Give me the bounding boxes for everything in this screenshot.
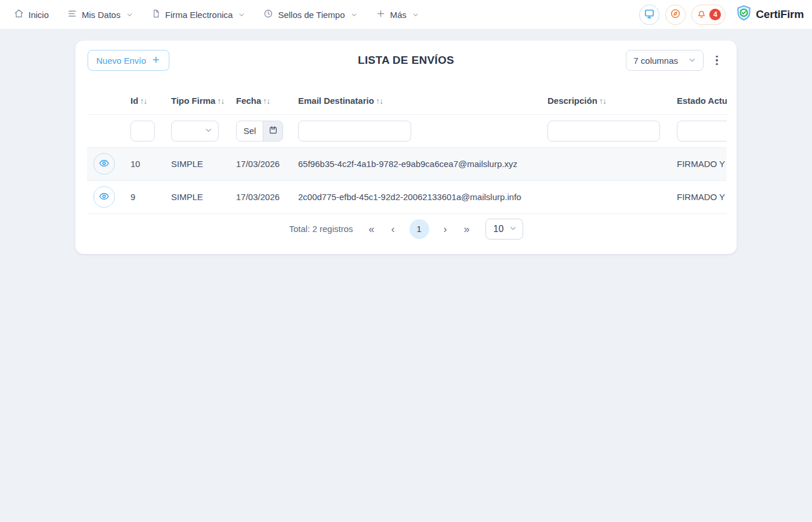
cell-descripcion bbox=[548, 147, 677, 180]
last-page-button[interactable]: » bbox=[462, 224, 472, 234]
compass-icon bbox=[670, 8, 681, 21]
nav-label: Sellos de Tiempo bbox=[278, 10, 345, 20]
eye-icon bbox=[99, 158, 110, 171]
envios-card: Nuevo Envío LISTA DE ENVÍOS 7 columnas bbox=[75, 41, 737, 254]
nav-item-sellos-de-tiempo[interactable]: Sellos de Tiempo bbox=[263, 9, 357, 20]
descripcion-filter-input[interactable] bbox=[548, 121, 660, 142]
monitor-icon bbox=[644, 8, 655, 21]
page-size-select[interactable]: 10 bbox=[485, 219, 523, 240]
view-envio-button[interactable] bbox=[93, 186, 115, 208]
cell-descripcion bbox=[548, 180, 677, 213]
tipo-firma-filter-select[interactable] bbox=[171, 121, 219, 142]
cell-fecha: 17/03/2026 bbox=[236, 180, 298, 213]
cell-email: 65f96b35-4c2f-4a1b-9782-e9ab9ca6cea7@mai… bbox=[298, 147, 548, 180]
fecha-filter-value[interactable]: Sel bbox=[237, 121, 263, 141]
topbar-actions: 4 CertiFirm bbox=[639, 5, 804, 25]
cell-id: 9 bbox=[130, 180, 171, 213]
nav-item-mas[interactable]: Más bbox=[376, 9, 419, 20]
notification-count-badge: 4 bbox=[709, 9, 721, 20]
nav-label: Firma Electronica bbox=[165, 10, 233, 20]
new-envio-label: Nuevo Envío bbox=[96, 56, 146, 66]
sort-icon[interactable]: ↑↓ bbox=[217, 96, 224, 106]
nav-label: Mis Datos bbox=[82, 10, 121, 20]
eye-icon bbox=[99, 191, 110, 204]
dot bbox=[716, 56, 718, 58]
sort-icon[interactable]: ↑↓ bbox=[599, 96, 606, 106]
notifications-button[interactable]: 4 bbox=[691, 5, 726, 25]
nav-item-mis-datos[interactable]: Mis Datos bbox=[67, 9, 133, 20]
column-header-tipo-firma[interactable]: Tipo Firma↑↓ bbox=[171, 87, 236, 114]
card-header-actions: 7 columnas bbox=[626, 50, 724, 71]
document-icon bbox=[151, 9, 161, 20]
first-page-button[interactable]: « bbox=[367, 224, 377, 234]
nav-label: Más bbox=[390, 10, 407, 20]
dot bbox=[716, 59, 718, 61]
chevron-down-icon bbox=[205, 126, 212, 136]
columns-select[interactable]: 7 columnas bbox=[626, 50, 704, 71]
envios-table: Id↑↓ Tipo Firma↑↓ Fecha↑↓ Email Destinat… bbox=[87, 87, 727, 214]
table-header-row: Id↑↓ Tipo Firma↑↓ Fecha↑↓ Email Destinat… bbox=[87, 87, 727, 114]
cell-email: 2c00d775-efbd-45c1-92d2-20062133601a@mai… bbox=[298, 180, 548, 213]
brand-logo[interactable]: CertiFirm bbox=[736, 5, 804, 24]
chevron-down-icon bbox=[412, 12, 419, 18]
columns-select-value: 7 columnas bbox=[633, 56, 678, 66]
cell-id: 10 bbox=[130, 147, 171, 180]
cell-estado: FIRMADO Y C bbox=[677, 180, 727, 213]
chevron-down-icon bbox=[238, 12, 245, 18]
view-envio-button[interactable] bbox=[93, 153, 115, 175]
pagination: Total: 2 registros « ‹ 1 › » 10 bbox=[75, 219, 737, 240]
id-filter-input[interactable] bbox=[130, 121, 155, 142]
column-header-email[interactable]: Email Destinatario↑↓ bbox=[298, 87, 548, 114]
list-icon bbox=[67, 9, 77, 20]
estado-filter-input[interactable] bbox=[677, 121, 727, 142]
sort-icon[interactable]: ↑↓ bbox=[263, 96, 270, 106]
calendar-button[interactable] bbox=[263, 121, 282, 141]
current-page-button[interactable]: 1 bbox=[409, 219, 429, 239]
nav-item-inicio[interactable]: Inicio bbox=[14, 9, 49, 20]
monitor-button[interactable] bbox=[639, 5, 659, 25]
column-header-actions bbox=[87, 87, 130, 114]
fecha-filter: Sel bbox=[236, 121, 283, 142]
page-size-value: 10 bbox=[494, 224, 504, 234]
next-page-button[interactable]: › bbox=[441, 224, 449, 234]
previous-page-button[interactable]: ‹ bbox=[389, 224, 397, 234]
bell-icon bbox=[696, 8, 707, 21]
main-menu: Inicio Mis Datos Firma Electronica Sello… bbox=[14, 9, 419, 20]
chevron-down-icon bbox=[351, 12, 357, 18]
filter-cell-empty bbox=[87, 114, 130, 147]
cell-estado: FIRMADO Y C bbox=[677, 147, 727, 180]
chevron-down-icon bbox=[509, 224, 517, 234]
plus-icon bbox=[376, 9, 386, 20]
chevron-down-icon bbox=[688, 56, 696, 66]
home-icon bbox=[14, 9, 24, 20]
chevron-down-icon bbox=[126, 12, 133, 18]
table-row[interactable]: 9 SIMPLE 17/03/2026 2c00d775-efbd-45c1-9… bbox=[87, 180, 727, 213]
sort-icon[interactable]: ↑↓ bbox=[376, 96, 383, 106]
calendar-icon bbox=[269, 125, 278, 136]
table-filter-row: Sel bbox=[87, 114, 727, 147]
top-navigation-bar: Inicio Mis Datos Firma Electronica Sello… bbox=[0, 0, 812, 30]
column-header-estado-actual[interactable]: Estado Actual bbox=[677, 87, 727, 114]
more-options-button[interactable] bbox=[709, 50, 724, 71]
cell-tipo-firma: SIMPLE bbox=[171, 147, 236, 180]
cell-fecha: 17/03/2026 bbox=[236, 147, 298, 180]
nav-label: Inicio bbox=[28, 10, 49, 20]
clock-icon bbox=[263, 9, 273, 20]
shield-check-icon bbox=[736, 5, 752, 24]
column-header-id[interactable]: Id↑↓ bbox=[130, 87, 171, 114]
new-envio-button[interactable]: Nuevo Envío bbox=[88, 50, 169, 71]
column-header-descripcion[interactable]: Descripción↑↓ bbox=[548, 87, 677, 114]
nav-item-firma-electronica[interactable]: Firma Electronica bbox=[151, 9, 245, 20]
dot bbox=[716, 63, 718, 66]
compass-button[interactable] bbox=[665, 5, 686, 25]
cell-tipo-firma: SIMPLE bbox=[171, 180, 236, 213]
sort-icon[interactable]: ↑↓ bbox=[140, 96, 147, 106]
card-header: Nuevo Envío LISTA DE ENVÍOS 7 columnas bbox=[75, 50, 737, 71]
table-scroll-container[interactable]: Id↑↓ Tipo Firma↑↓ Fecha↑↓ Email Destinat… bbox=[87, 87, 727, 214]
table-row[interactable]: 10 SIMPLE 17/03/2026 65f96b35-4c2f-4a1b-… bbox=[87, 147, 727, 180]
plus-icon bbox=[151, 55, 161, 66]
brand-name: CertiFirm bbox=[756, 8, 804, 21]
column-header-fecha[interactable]: Fecha↑↓ bbox=[236, 87, 298, 114]
total-records-label: Total: 2 registros bbox=[289, 224, 353, 234]
email-filter-input[interactable] bbox=[298, 121, 411, 142]
